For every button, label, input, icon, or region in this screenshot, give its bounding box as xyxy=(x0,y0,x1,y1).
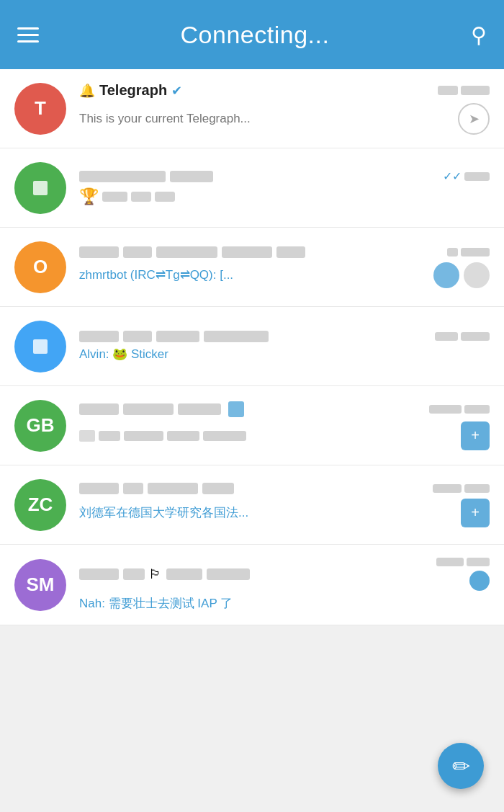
chat-preview: Nah: 需要壮士去测试 IAP 了 xyxy=(79,595,233,612)
chat-preview: zhmrtbot (IRC⇌Tg⇌QQ): [... xyxy=(79,267,233,282)
chat-bottom: This is your current Telegraph... ➤ xyxy=(79,103,490,135)
chat-item-4[interactable]: Alvin: 🐸 Sticker xyxy=(0,307,504,386)
chat-content: 刘德军在德国大学研究各国法... + xyxy=(79,483,490,527)
chat-list: T 🔔 Telegraph ✔ xyxy=(0,69,504,625)
menu-button[interactable] xyxy=(17,27,39,43)
chat-name-row xyxy=(79,246,441,258)
avatar: ZC xyxy=(14,479,66,531)
chat-item-3[interactable]: O xyxy=(0,228,504,307)
compose-fab[interactable]: ✏ xyxy=(438,743,484,789)
chat-top xyxy=(79,401,490,417)
app-container: Connecting... ⚲ T 🔔 Telegraph ✔ xyxy=(0,0,504,812)
chat-name-row xyxy=(79,483,427,494)
chat-content: 🔔 Telegraph ✔ This is your current Teleg… xyxy=(79,82,490,135)
compose-icon: ✏ xyxy=(452,754,470,779)
avatar: T xyxy=(14,83,66,135)
chat-top xyxy=(79,246,490,258)
chat-item-2[interactable]: ✓✓ 🏆 xyxy=(0,148,504,228)
chat-content: + xyxy=(79,401,490,450)
chat-meta-right xyxy=(429,405,490,414)
mute-icon: 🔔 xyxy=(79,83,95,99)
chat-name-row xyxy=(79,331,429,342)
chat-name-row: 🏳 xyxy=(79,567,431,582)
chat-top xyxy=(79,331,490,342)
chat-content: Alvin: 🐸 Sticker xyxy=(79,331,490,362)
chat-bottom: + xyxy=(79,421,490,450)
topbar: Connecting... ⚲ xyxy=(0,0,504,69)
search-button[interactable]: ⚲ xyxy=(471,22,487,48)
chat-meta-right xyxy=(435,332,490,341)
chat-bottom: zhmrtbot (IRC⇌Tg⇌QQ): [... xyxy=(79,262,490,288)
chat-name-row xyxy=(79,401,423,417)
chat-bottom: Alvin: 🐸 Sticker xyxy=(79,347,490,362)
avatar xyxy=(14,162,66,214)
chat-item-telegraph[interactable]: T 🔔 Telegraph ✔ xyxy=(0,69,504,148)
chat-bottom: 刘德军在德国大学研究各国法... + xyxy=(79,499,490,527)
chat-item-5[interactable]: GB xyxy=(0,386,504,465)
chat-content: 🏳 Nah: 需要壮士去测试 IAP 了 xyxy=(79,558,490,612)
avatar xyxy=(14,321,66,372)
chat-top: 🏳 xyxy=(79,558,490,591)
chat-name-row xyxy=(79,171,437,182)
topbar-title: Connecting... xyxy=(181,21,330,49)
chat-item-6[interactable]: ZC 刘 xyxy=(0,465,504,545)
forward-button[interactable]: ➤ xyxy=(458,103,490,135)
chat-meta-right xyxy=(447,248,490,256)
chat-bottom: Nah: 需要壮士去测试 IAP 了 xyxy=(79,595,490,612)
chat-top xyxy=(79,483,490,494)
chat-top: ✓✓ xyxy=(79,169,490,183)
chat-meta-right: ✓✓ xyxy=(443,169,490,183)
chat-bottom: 🏆 xyxy=(79,187,490,206)
chat-name: Telegraph xyxy=(99,82,167,99)
avatar: GB xyxy=(14,400,66,452)
chat-meta-right xyxy=(436,558,490,591)
avatar: SM xyxy=(14,559,66,611)
chat-top: 🔔 Telegraph ✔ xyxy=(79,82,490,99)
verified-icon: ✔ xyxy=(171,83,182,99)
chat-content: zhmrtbot (IRC⇌Tg⇌QQ): [... xyxy=(79,246,490,288)
chat-meta-right xyxy=(438,86,490,95)
chat-preview: Alvin: 🐸 Sticker xyxy=(79,347,168,362)
chat-meta-right xyxy=(433,484,490,493)
chat-item-7[interactable]: SM 🏳 xyxy=(0,545,504,625)
chat-content: ✓✓ 🏆 xyxy=(79,169,490,206)
chat-preview: This is your current Telegraph... xyxy=(79,112,251,126)
chat-name-row: 🔔 Telegraph ✔ xyxy=(79,82,432,99)
avatar: O xyxy=(14,241,66,293)
chat-preview: 刘德军在德国大学研究各国法... xyxy=(79,504,248,521)
